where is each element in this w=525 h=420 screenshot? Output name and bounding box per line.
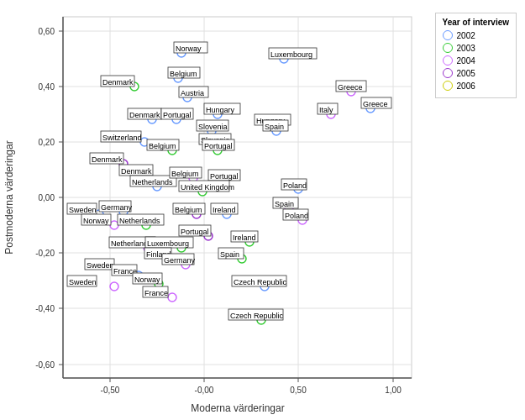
svg-text:Netherlands: Netherlands xyxy=(119,217,160,225)
svg-text:Germany: Germany xyxy=(164,256,196,265)
legend-circle-2002 xyxy=(443,30,453,40)
svg-text:Ireland: Ireland xyxy=(213,206,236,214)
svg-text:France: France xyxy=(144,289,168,297)
svg-text:Switzerland: Switzerland xyxy=(102,134,142,142)
svg-text:Belgium: Belgium xyxy=(171,170,199,178)
svg-text:Germany: Germany xyxy=(101,203,133,212)
svg-text:Czech Republic: Czech Republic xyxy=(230,312,284,320)
svg-text:Norway: Norway xyxy=(134,276,160,284)
svg-text:-0,50: -0,50 xyxy=(101,386,120,395)
svg-text:Poland: Poland xyxy=(285,212,308,220)
svg-text:-0,20: -0,20 xyxy=(35,249,55,258)
svg-text:Denmark: Denmark xyxy=(92,155,123,164)
svg-text:Luxembourg: Luxembourg xyxy=(147,239,189,248)
svg-text:Denmark: Denmark xyxy=(102,78,134,87)
svg-text:0,60: 0,60 xyxy=(39,27,55,36)
svg-point-65 xyxy=(110,221,118,229)
svg-text:Netherlands: Netherlands xyxy=(132,178,173,186)
chart-container: -0,50 -0,00 0,50 1,00 0,60 0,40 0,20 0,0… xyxy=(0,0,525,420)
svg-text:Spain: Spain xyxy=(220,250,239,259)
svg-text:Spain: Spain xyxy=(275,200,294,208)
svg-text:Hungary: Hungary xyxy=(206,106,235,114)
svg-text:Italy: Italy xyxy=(319,106,333,114)
legend-label-2004: 2004 xyxy=(457,56,475,66)
legend-item-2003: 2003 xyxy=(443,43,509,53)
svg-text:Sweden: Sweden xyxy=(87,261,114,270)
svg-text:Denmark: Denmark xyxy=(129,111,160,119)
legend-label-2006: 2006 xyxy=(457,81,475,91)
legend-item-2006: 2006 xyxy=(443,81,509,91)
svg-text:United Kingdom: United Kingdom xyxy=(181,183,234,192)
svg-text:Belgium: Belgium xyxy=(175,206,202,214)
svg-text:Portugal: Portugal xyxy=(181,228,209,236)
svg-text:0,40: 0,40 xyxy=(39,82,55,92)
legend-item-2002: 2002 xyxy=(443,30,509,40)
svg-text:Norway: Norway xyxy=(176,45,202,53)
legend-label-2003: 2003 xyxy=(457,44,475,53)
legend-item-2004: 2004 xyxy=(443,55,509,66)
svg-text:Moderna värderingar: Moderna värderingar xyxy=(191,402,284,414)
svg-text:0,50: 0,50 xyxy=(290,386,307,395)
legend-title: Year of interview xyxy=(443,18,509,27)
svg-text:Greece: Greece xyxy=(363,100,388,108)
svg-text:-0,60: -0,60 xyxy=(35,360,55,370)
legend: Year of interview 2002 2003 2004 2005 20… xyxy=(435,13,517,98)
svg-text:Luxembourg: Luxembourg xyxy=(270,50,312,59)
legend-circle-2005 xyxy=(443,68,453,78)
legend-label-2005: 2005 xyxy=(457,69,475,78)
svg-text:Spain: Spain xyxy=(265,123,284,131)
svg-text:Denmark: Denmark xyxy=(121,167,152,176)
svg-text:Portugal: Portugal xyxy=(204,142,233,150)
svg-text:Belgium: Belgium xyxy=(149,142,176,150)
svg-text:-0,40: -0,40 xyxy=(35,304,55,313)
svg-text:Czech Republic: Czech Republic xyxy=(234,278,287,286)
legend-circle-2003 xyxy=(443,43,453,53)
svg-text:Slovenia: Slovenia xyxy=(198,123,228,131)
svg-text:Greece: Greece xyxy=(338,83,363,92)
svg-point-81 xyxy=(110,282,118,291)
svg-text:Portugal: Portugal xyxy=(210,172,239,181)
svg-text:0,00: 0,00 xyxy=(39,193,55,202)
svg-text:Ireland: Ireland xyxy=(233,234,256,242)
svg-text:-0,00: -0,00 xyxy=(195,386,214,395)
svg-point-82 xyxy=(168,293,176,302)
svg-text:Postmoderna värderingar: Postmoderna värderingar xyxy=(3,140,15,254)
svg-text:1,00: 1,00 xyxy=(385,386,402,395)
svg-text:Portugal: Portugal xyxy=(163,111,192,119)
svg-text:Sweden: Sweden xyxy=(69,278,97,286)
svg-text:Belgium: Belgium xyxy=(170,70,197,78)
svg-text:Poland: Poland xyxy=(283,181,307,190)
legend-circle-2006 xyxy=(443,81,453,91)
legend-label-2002: 2002 xyxy=(457,31,475,40)
svg-text:0,20: 0,20 xyxy=(39,138,55,147)
svg-text:Norway: Norway xyxy=(83,217,109,225)
legend-item-2005: 2005 xyxy=(443,68,509,78)
svg-text:Austria: Austria xyxy=(181,89,204,97)
svg-text:Sweden: Sweden xyxy=(69,206,97,214)
legend-circle-2004 xyxy=(443,55,453,66)
